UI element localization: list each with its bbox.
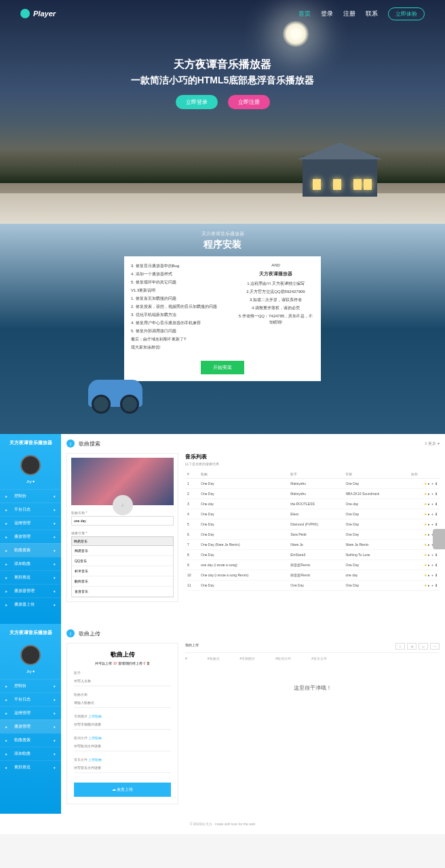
star-icon[interactable]: ★ (424, 542, 427, 547)
table-row[interactable]: 6One DaySara PetittOne Day★▸+⬇ (185, 530, 440, 540)
engine-option[interactable]: 网易音乐 (72, 546, 173, 556)
sidebar-item[interactable]: ▸更好推送▾ (0, 760, 61, 774)
sidebar-item[interactable]: ▸播放管理▾ (0, 530, 61, 543)
sidebar-item[interactable]: ▸播放器管理▾ (0, 584, 61, 597)
star-icon[interactable]: ★ (424, 522, 427, 526)
engine-option[interactable]: QQ音乐 (72, 556, 173, 566)
download-icon[interactable]: ⬇ (435, 481, 438, 486)
play-icon[interactable]: ▸ (428, 563, 430, 567)
star-icon[interactable]: ★ (424, 583, 427, 587)
add-icon[interactable]: + (431, 583, 433, 587)
sidebar-item[interactable]: ▸歌曲搜索▾ (0, 543, 61, 557)
sidebar-item[interactable]: ▸控制台▾ (0, 679, 61, 692)
download-icon[interactable]: ⬇ (435, 563, 438, 567)
star-icon[interactable]: ★ (424, 492, 427, 496)
tab-myupload[interactable]: 我的上传 (185, 643, 199, 650)
sidebar-item[interactable]: ▸播放管理▾ (0, 719, 61, 733)
view-card-icon[interactable]: ▭ (419, 643, 428, 650)
table-row[interactable]: 1One DayMatisyahuOne Day★▸+⬇ (185, 479, 440, 489)
engine-option[interactable]: 百度音乐 (72, 587, 173, 597)
cover-input[interactable] (74, 719, 171, 730)
download-icon[interactable]: ⬇ (435, 512, 438, 516)
play-icon[interactable]: ▸ (428, 553, 430, 557)
lrc-input[interactable] (74, 741, 171, 751)
sidebar-item[interactable]: ▸添加歌曲▾ (0, 557, 61, 570)
avatar[interactable] (20, 455, 41, 475)
sidebar-item[interactable]: ▸控制台▾ (0, 489, 61, 502)
table-row[interactable]: 8One DayEinStare3Nothing To Lose★▸+⬇ (185, 550, 440, 560)
table-row[interactable]: 5One DayDiamond (FVP/纬)One Day★▸+⬇ (185, 519, 440, 530)
view-list-icon[interactable]: ≡ (395, 643, 405, 650)
more-menu[interactable]: ≡ 更多 ▾ (425, 441, 440, 447)
star-icon[interactable]: ★ (424, 512, 427, 516)
add-icon[interactable]: + (431, 563, 433, 567)
add-icon[interactable]: + (431, 492, 433, 496)
add-icon[interactable]: + (431, 512, 433, 516)
play-icon[interactable]: ▸ (428, 492, 430, 496)
sidebar-item[interactable]: ▸平台日志▾ (0, 692, 61, 706)
table-row[interactable]: 3One daythe ROOTLESSOne day★▸+⬇ (185, 499, 440, 509)
add-icon[interactable]: + (431, 553, 433, 557)
float-button[interactable] (433, 529, 445, 549)
sidebar-item[interactable]: ▸歌曲搜索▾ (0, 733, 61, 747)
add-icon[interactable]: + (431, 502, 433, 506)
play-icon[interactable]: ▸ (428, 542, 430, 547)
download-icon[interactable]: ⬇ (435, 492, 438, 496)
view-grid-icon[interactable]: ⊞ (407, 643, 417, 650)
star-icon[interactable]: ★ (424, 573, 427, 577)
sidebar-item[interactable]: ▸更好推送▾ (0, 570, 61, 584)
nav-home[interactable]: 首页 (298, 9, 311, 18)
play-icon[interactable]: ▸ (428, 573, 430, 577)
star-icon[interactable]: ★ (424, 532, 427, 536)
artist-input[interactable] (74, 676, 171, 686)
login-button[interactable]: 立即登录 (176, 95, 218, 109)
sidebar-item[interactable]: ▸运维管理▾ (0, 516, 61, 530)
star-icon[interactable]: ★ (424, 481, 427, 486)
play-icon[interactable]: ▸ (428, 512, 430, 516)
star-icon[interactable]: ★ (424, 553, 427, 557)
nav-demo-button[interactable]: 立即体验 (388, 7, 425, 20)
register-button[interactable]: 立即注册 (228, 95, 270, 109)
table-row[interactable]: 4One DayElescOne Day★▸+⬇ (185, 509, 440, 519)
logo[interactable]: Player (20, 9, 56, 18)
play-icon[interactable]: ▸ (428, 481, 430, 486)
table-row[interactable]: 9one day (i wrote a song)柴思思RemixOne Day… (185, 560, 440, 570)
download-icon[interactable]: ⬇ (435, 583, 438, 587)
add-icon[interactable]: + (431, 573, 433, 577)
play-icon[interactable]: ▸ (428, 522, 430, 526)
table-row[interactable]: 11One DayOne DayOne Day★▸+⬇ (185, 580, 440, 591)
nav-contact[interactable]: 联系 (366, 9, 378, 18)
play-icon[interactable]: ▸ (428, 532, 430, 536)
download-icon[interactable]: ⬇ (435, 553, 438, 557)
star-icon[interactable]: ★ (424, 502, 427, 506)
star-icon[interactable]: ★ (424, 563, 427, 567)
sidebar-item[interactable]: ▸平台日志▾ (0, 502, 61, 516)
play-icon[interactable]: ▸ (428, 583, 430, 587)
sidebar-item[interactable]: ▸运维管理▾ (0, 706, 61, 719)
nav-login[interactable]: 登录 (321, 9, 333, 18)
user-dropdown[interactable]: Jry ▾ (0, 479, 61, 489)
avatar[interactable] (20, 645, 41, 665)
download-icon[interactable]: ⬇ (435, 502, 438, 506)
user-dropdown[interactable]: Jry ▾ (0, 669, 61, 679)
music-input[interactable] (74, 763, 171, 773)
songname-input[interactable] (74, 698, 171, 708)
add-icon[interactable]: + (431, 522, 433, 526)
table-row[interactable]: 7One Day (Nare Je Remix)Niare JeNiare Je… (185, 540, 440, 550)
play-icon[interactable]: ▸ (428, 502, 430, 506)
upload-button[interactable]: ☁ 点击上传 (74, 783, 171, 797)
sidebar-item[interactable]: ▸添加歌曲▾ (0, 747, 61, 760)
download-icon[interactable]: ⬇ (435, 573, 438, 577)
download-icon[interactable]: ⬇ (435, 522, 438, 526)
add-icon[interactable]: + (431, 481, 433, 486)
song-name-input[interactable] (71, 516, 174, 526)
install-button[interactable]: 开始安装 (201, 361, 244, 374)
view-more-icon[interactable]: ⋯ (430, 643, 440, 650)
sidebar-item[interactable]: ▸播放器上传▾ (0, 597, 61, 611)
table-row[interactable]: 10One day (i wrote a song Remix)柴思思Remix… (185, 570, 440, 580)
engine-select[interactable]: 网易音乐 (71, 536, 174, 546)
engine-option[interactable]: 酷狗音乐 (72, 576, 173, 587)
engine-option[interactable]: 虾米音乐 (72, 566, 173, 576)
table-row[interactable]: 2One DayMatisyahuNBA 2K10 Soundtrack★▸+⬇ (185, 489, 440, 499)
nav-register[interactable]: 注册 (343, 9, 355, 18)
